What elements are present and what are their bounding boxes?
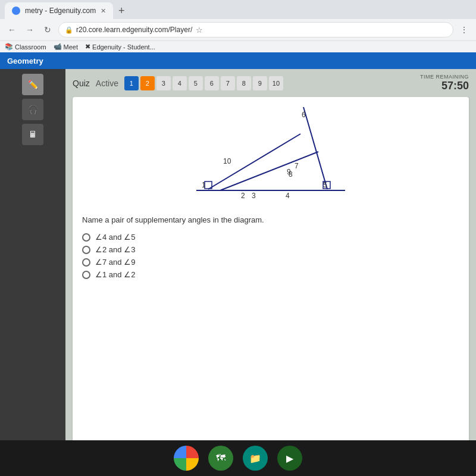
extensions-icon[interactable]: ⋮ xyxy=(457,23,471,37)
main-content: ✏️ 🎧 🖩 Quiz Active 1 2 3 4 5 6 7 8 9 10 … xyxy=(0,69,476,476)
svg-line-4 xyxy=(303,107,327,189)
quiz-status: Active xyxy=(96,79,118,88)
bookmark-meet[interactable]: 📹 Meet xyxy=(54,43,78,51)
answer-label-a: ∠4 and ∠5 xyxy=(95,233,135,242)
url-input[interactable]: 🔒 r20.core.learn.edgenuity.com/Player/ ☆ xyxy=(58,22,453,37)
tab-title: metry - Edgenuity.com xyxy=(25,7,96,15)
browser-chrome: metry - Edgenuity.com ✕ + ← → ↻ 🔒 r20.co… xyxy=(0,0,476,52)
q-num-10[interactable]: 10 xyxy=(269,76,283,90)
question-text: Name a pair of supplementary angles in t… xyxy=(82,215,459,224)
address-bar: ← → ↻ 🔒 r20.core.learn.edgenuity.com/Pla… xyxy=(0,19,476,40)
answer-label-d: ∠1 and ∠2 xyxy=(95,270,135,279)
answer-option-a[interactable]: ∠4 and ∠5 xyxy=(82,233,459,242)
svg-text:8: 8 xyxy=(289,170,293,178)
pencil-tool-button[interactable]: ✏️ xyxy=(22,74,43,95)
new-tab-button[interactable]: + xyxy=(113,2,130,19)
quiz-label: Quiz xyxy=(73,79,90,88)
answer-option-d[interactable]: ∠1 and ∠2 xyxy=(82,270,459,279)
q-num-8[interactable]: 8 xyxy=(237,76,251,90)
bookmark-classroom-icon: 📚 xyxy=(5,43,13,51)
answer-label-b: ∠2 and ∠3 xyxy=(95,245,135,254)
bookmark-classroom[interactable]: 📚 Classroom xyxy=(5,43,46,51)
taskbar: 🗺 📁 ▶ xyxy=(0,440,476,476)
q-num-9[interactable]: 9 xyxy=(253,76,267,90)
q-num-4[interactable]: 4 xyxy=(173,76,187,90)
bookmark-edgenuity[interactable]: ✖ Edgenuity - Student... xyxy=(85,43,155,51)
maps-taskbar-icon[interactable]: 🗺 xyxy=(208,446,233,471)
answer-options: ∠4 and ∠5 ∠2 and ∠3 ∠7 and ∠9 ∠1 and ∠2 xyxy=(82,233,459,279)
bookmark-star-icon[interactable]: ☆ xyxy=(196,26,203,35)
answer-option-c[interactable]: ∠7 and ∠9 xyxy=(82,258,459,267)
back-button[interactable]: ← xyxy=(5,23,19,37)
sidebar: ✏️ 🎧 🖩 xyxy=(0,69,65,476)
folder-taskbar-icon[interactable]: 📁 xyxy=(243,446,268,471)
svg-text:6: 6 xyxy=(302,111,306,119)
tab-close-button[interactable]: ✕ xyxy=(101,7,106,15)
q-num-1[interactable]: 1 xyxy=(124,76,139,90)
bookmark-meet-label: Meet xyxy=(64,43,78,51)
answer-label-c: ∠7 and ∠9 xyxy=(95,258,135,267)
q-num-2[interactable]: 2 xyxy=(140,76,155,90)
tab-bar: metry - Edgenuity.com ✕ + xyxy=(0,0,476,19)
bookmarks-bar: 📚 Classroom 📹 Meet ✖ Edgenuity - Student… xyxy=(0,40,476,52)
quiz-header: Quiz Active 1 2 3 4 5 6 7 8 9 10 TIME RE… xyxy=(73,74,469,92)
time-remaining: TIME REMAINING 57:50 xyxy=(420,74,469,92)
reload-button[interactable]: ↻ xyxy=(40,23,55,37)
answer-option-b[interactable]: ∠2 and ∠3 xyxy=(82,245,459,254)
tab-favicon xyxy=(12,7,20,15)
quiz-card: 10 6 9 7 8 1 xyxy=(73,97,469,471)
app-header: Geometry xyxy=(0,52,476,69)
url-text: r20.core.learn.edgenuity.com/Player/ xyxy=(76,26,192,34)
svg-text:1: 1 xyxy=(202,181,206,189)
bookmark-edgenuity-label: Edgenuity - Student... xyxy=(92,43,155,51)
question-numbers: 1 2 3 4 5 6 7 8 9 10 xyxy=(124,76,283,90)
time-remaining-label: TIME REMAINING xyxy=(420,74,469,80)
q-num-5[interactable]: 5 xyxy=(189,76,203,90)
app-title: Geometry xyxy=(7,57,43,65)
headphone-tool-button[interactable]: 🎧 xyxy=(22,99,43,120)
radio-a[interactable] xyxy=(82,233,90,242)
calculator-tool-button[interactable]: 🖩 xyxy=(22,124,43,145)
time-value: 57:50 xyxy=(420,80,469,92)
quiz-area: Quiz Active 1 2 3 4 5 6 7 8 9 10 TIME RE… xyxy=(65,69,476,476)
svg-text:2: 2 xyxy=(241,192,245,200)
q-num-3[interactable]: 3 xyxy=(156,76,171,90)
svg-text:4: 4 xyxy=(286,192,290,200)
q-num-7[interactable]: 7 xyxy=(221,76,235,90)
radio-c[interactable] xyxy=(82,258,90,267)
svg-text:7: 7 xyxy=(295,162,299,170)
active-tab[interactable]: metry - Edgenuity.com ✕ xyxy=(5,2,113,19)
svg-text:10: 10 xyxy=(223,157,231,165)
chrome-taskbar-icon[interactable] xyxy=(174,446,199,471)
svg-text:3: 3 xyxy=(252,192,256,200)
svg-line-3 xyxy=(208,134,300,189)
radio-d[interactable] xyxy=(82,271,90,279)
geometry-diagram: 10 6 9 7 8 1 xyxy=(187,104,354,208)
bookmark-meet-icon: 📹 xyxy=(54,43,62,51)
forward-button[interactable]: → xyxy=(23,23,37,37)
q-num-6[interactable]: 6 xyxy=(205,76,219,90)
diagram-container: 10 6 9 7 8 1 xyxy=(82,104,459,208)
bookmark-classroom-label: Classroom xyxy=(15,43,46,51)
play-taskbar-icon[interactable]: ▶ xyxy=(277,446,302,471)
bookmark-edgenuity-icon: ✖ xyxy=(85,43,90,51)
radio-b[interactable] xyxy=(82,246,90,254)
svg-text:5: 5 xyxy=(323,181,327,189)
svg-line-5 xyxy=(220,152,318,190)
lock-icon: 🔒 xyxy=(65,26,73,34)
